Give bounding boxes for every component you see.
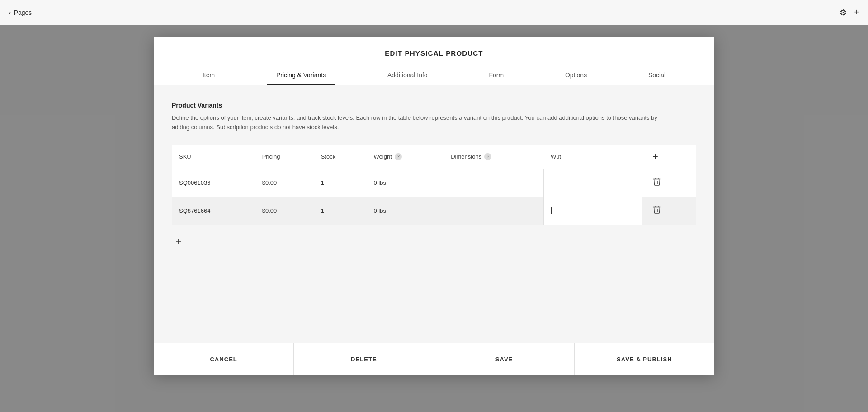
table-header-row: SKU Pricing Stock Weight ? — [172, 145, 696, 169]
cell-dimensions-1: — — [443, 169, 543, 197]
col-header-wut: Wut — [543, 145, 642, 169]
tab-form[interactable]: Form — [480, 67, 513, 85]
tab-options[interactable]: Options — [556, 67, 596, 85]
col-header-add: + — [642, 145, 696, 169]
tab-additional-info[interactable]: Additional Info — [378, 67, 437, 85]
top-bar-icons: ⚙ + — [840, 8, 859, 18]
col-header-weight: Weight ? — [367, 145, 444, 169]
cell-wut-1[interactable] — [543, 169, 642, 197]
tab-pricing-variants[interactable]: Pricing & Variants — [267, 67, 335, 85]
cell-sku-2: SQ8761664 — [172, 197, 255, 225]
add-column-button[interactable]: + — [649, 150, 661, 163]
edit-product-modal: EDIT PHYSICAL PRODUCT Item Pricing & Var… — [154, 37, 714, 375]
table-row: SQ8761664 $0.00 1 0 lbs — — [172, 197, 696, 225]
top-bar: ‹ Pages ⚙ + — [0, 0, 868, 25]
cell-delete-2 — [642, 197, 696, 225]
pages-label: Pages — [14, 9, 32, 16]
col-header-pricing: Pricing — [255, 145, 314, 169]
cell-stock-2: 1 — [314, 197, 367, 225]
cell-dimensions-2: — — [443, 197, 543, 225]
cell-delete-1 — [642, 169, 696, 197]
back-icon: ‹ — [9, 9, 11, 16]
save-publish-button[interactable]: SAVE & PUBLISH — [575, 343, 714, 375]
table-row: SQ0061036 $0.00 1 0 lbs — — [172, 169, 696, 197]
modal-body: Product Variants Define the options of y… — [154, 85, 714, 343]
cell-wut-2[interactable] — [543, 197, 642, 225]
cell-stock-1: 1 — [314, 169, 367, 197]
modal-title: EDIT PHYSICAL PRODUCT — [172, 49, 696, 57]
col-header-stock: Stock — [314, 145, 367, 169]
delete-row-1-button[interactable] — [649, 175, 665, 190]
col-header-dimensions: Dimensions ? — [443, 145, 543, 169]
cell-sku-1: SQ0061036 — [172, 169, 255, 197]
tab-item[interactable]: Item — [193, 67, 224, 85]
delete-button[interactable]: DELETE — [294, 343, 434, 375]
dimensions-help-icon[interactable]: ? — [484, 153, 491, 160]
section-description: Define the options of your item, create … — [172, 113, 669, 132]
cell-weight-1: 0 lbs — [367, 169, 444, 197]
add-icon[interactable]: + — [854, 8, 859, 18]
cell-pricing-1: $0.00 — [255, 169, 314, 197]
modal-footer: CANCEL DELETE SAVE SAVE & PUBLISH — [154, 343, 714, 375]
modal-header: EDIT PHYSICAL PRODUCT Item Pricing & Var… — [154, 37, 714, 85]
modal-backdrop: EDIT PHYSICAL PRODUCT Item Pricing & Var… — [0, 0, 868, 412]
section-title: Product Variants — [172, 102, 696, 109]
tab-social[interactable]: Social — [639, 67, 675, 85]
settings-icon[interactable]: ⚙ — [840, 8, 847, 18]
save-button[interactable]: SAVE — [434, 343, 575, 375]
delete-row-2-button[interactable] — [649, 203, 665, 218]
pages-link[interactable]: ‹ Pages — [9, 9, 32, 16]
variants-table: SKU Pricing Stock Weight ? — [172, 145, 696, 225]
weight-help-icon[interactable]: ? — [395, 153, 402, 160]
text-cursor — [551, 207, 552, 214]
col-header-sku: SKU — [172, 145, 255, 169]
cell-pricing-2: $0.00 — [255, 197, 314, 225]
cancel-button[interactable]: CANCEL — [154, 343, 294, 375]
cell-weight-2: 0 lbs — [367, 197, 444, 225]
add-row-button[interactable]: + — [172, 234, 185, 250]
tabs-container: Item Pricing & Variants Additional Info … — [172, 67, 696, 85]
